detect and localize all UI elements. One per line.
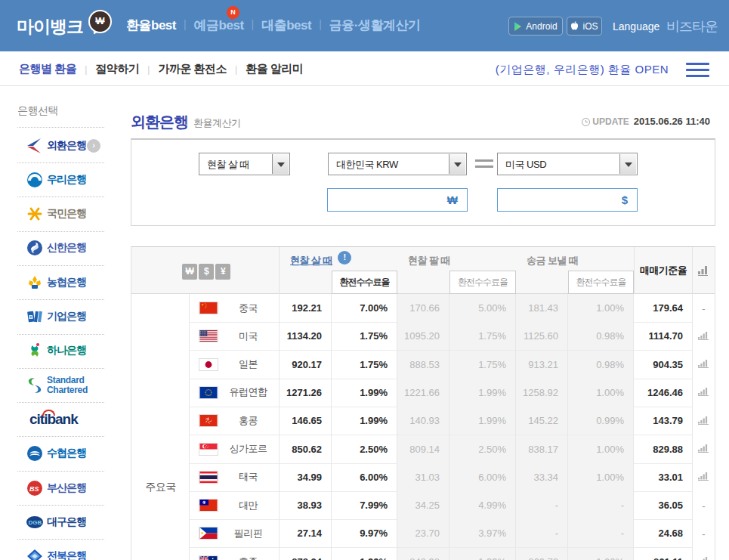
dropdown-arrow-icon[interactable] [619,154,636,174]
cash-sell-rate: 23.70 [397,519,449,548]
remit-rate: 1125.60 [516,322,568,351]
rate-row-eu: 유럽연합1271.261.99%1221.661.99%1258.921.00%… [190,379,715,407]
subnav-saving[interactable]: 절약하기 [95,62,139,75]
cash-buy-fee: 1.99% [332,548,397,560]
subnav-exchange-office[interactable]: 가까운 환전소 [158,62,227,75]
dollar-symbol: $ [622,193,628,206]
trade-type-select[interactable]: 현찰 살 때 [199,153,290,175]
country-name: 태국 [217,470,280,484]
cash-buy-fee: 6.00% [332,463,397,492]
cash-sell-fee: 1.75% [449,322,516,351]
chart-cell[interactable] [693,463,715,492]
sidebar-bank-citi[interactable]: citibank [0,402,125,436]
top-nav-exchange-best[interactable]: 환율best [126,18,176,32]
sidebar-bank-suhyup[interactable]: 수협은행 [0,437,125,471]
divider [17,196,104,197]
rate-row-au: 호주878.241.99%843.981.99%869.721.00%861.1… [190,548,715,560]
cash-sell-rate: 1221.66 [397,379,449,407]
chart-cell[interactable] [693,379,715,407]
logo[interactable]: 마이뱅크 [17,15,83,39]
biztown-link[interactable]: 비즈타운 [666,17,718,36]
col-cash-buy[interactable]: 현찰 살 때! [280,247,397,271]
subnav-bank-rates[interactable]: 은행별 환율 [19,62,76,75]
language-link[interactable]: Language [613,20,659,32]
country-name: 일본 [217,357,280,371]
cash-buy-fee: 1.75% [332,351,397,379]
region-label: 주요국 [131,481,190,494]
chart-cell[interactable] [693,351,715,379]
sc-logo-icon [26,376,44,394]
subnav-rate-alert[interactable]: 환율 알리미 [246,62,303,75]
dropdown-arrow-icon[interactable] [449,154,465,174]
sidebar-bank-woori[interactable]: 우리은행 [0,162,125,196]
table-header: ₩ $ ¥ 현찰 살 때! 현찰 팔 때 송금 보낼 때 매매기준율 환전수수료… [131,247,715,294]
col-remit-send[interactable]: 송금 보낼 때 [516,247,634,271]
to-currency-select[interactable]: 미국 USD [497,153,638,175]
rate-row-tw: 대만38.937.99%34.254.99%--36.05- [190,491,715,520]
bank-name: 전북은행 [47,549,86,560]
remit-rate: 181.43 [516,294,568,323]
sidebar-bank-hana[interactable]: 하나은행 [0,334,125,368]
cash-buy-fee: 1.75% [332,322,397,351]
sg-flag-icon [199,443,218,456]
bank-name: 하나은행 [47,344,86,357]
sidebar-bank-jb[interactable]: 전북은행 [0,540,125,560]
chart-cell[interactable] [693,435,715,464]
au-flag-icon [199,555,218,560]
android-app-button[interactable]: Android [508,17,563,36]
won-speech-bubble-icon: ₩ [88,10,112,33]
col-cash-sell[interactable]: 현찰 팔 때 [397,247,516,271]
top-nav-calculators[interactable]: 금융·생활계산기 [329,18,421,32]
chart-cell[interactable] [693,322,715,351]
base-rate: 24.68 [634,519,693,548]
remit-fee: 0.98% [568,351,634,379]
hana-logo-icon [26,342,44,360]
svg-text:B: B [29,314,33,320]
country-name: 대만 [217,499,280,512]
sidebar-bank-shinhan[interactable]: 신한은행 [0,231,125,265]
sidebar-bank-kb[interactable]: 국민은행 [0,197,125,231]
top-nav-deposit-best[interactable]: 예금best [194,18,244,32]
from-currency-select[interactable]: 대한민국 KRW [328,153,467,175]
col-base-rate[interactable]: 매매기준율 [634,247,693,294]
ios-app-button[interactable]: iOS [567,17,602,36]
nh-logo-icon [26,274,44,292]
currency-icons-cell: ₩ $ ¥ [131,247,280,294]
dropdown-arrow-icon[interactable] [272,154,289,174]
bank-name: 우리은행 [47,173,86,187]
chart-cell[interactable] [693,407,715,435]
ibk-logo-icon: B [26,308,44,326]
menu-icon[interactable] [686,63,709,77]
from-amount-input[interactable]: ₩ [327,188,468,212]
cash-buy-rate: 146.65 [280,407,332,435]
sidebar-bank-keb[interactable]: 외환은행› [0,128,125,162]
cash-sell-rate: 1095.20 [397,322,449,351]
remit-fee: 1.00% [568,379,634,407]
info-icon[interactable]: ! [338,251,351,265]
play-store-icon [514,22,522,31]
to-amount-input[interactable]: $ [497,188,638,212]
sidebar-bank-nh[interactable]: 농협은행 [0,265,125,299]
sidebar-bank-ibk[interactable]: B기업은행 [0,300,125,334]
country-cell: 호주 [190,548,280,560]
page-subtitle: 환율계산기 [193,116,241,130]
divider [17,436,104,437]
cash-buy-fee: 1.99% [332,379,397,407]
top-nav-loan-best[interactable]: 대출best [261,18,311,32]
sidebar-bank-sc[interactable]: StandardChartered [0,368,125,402]
divider [17,368,104,369]
page-title: 외환은행 [131,112,188,132]
country-cell: 유럽연합 [190,379,280,407]
remit-rate: 913.21 [516,351,568,379]
chart-cell[interactable] [693,548,715,560]
bank-sidebar: 은행선택 외환은행›우리은행국민은행신한은행농협은행B기업은행하나은행Stand… [0,86,125,560]
remit-rate: 869.72 [516,548,568,560]
remit-rate: 838.17 [516,435,568,464]
sidebar-bank-dgb[interactable]: DGB대구은행 [0,505,125,539]
base-rate: 1114.70 [634,322,693,351]
base-rate: 861.11 [634,548,693,560]
rate-open-ticker[interactable]: 터(기업은행, 우리은행) 환율 OPEN [495,63,669,77]
sidebar-bank-busan[interactable]: BS부산은행 [0,471,125,505]
country-name: 필리핀 [217,527,280,540]
sub-nav: 은행별 환율|절약하기|가까운 환전소|환율 알리미 터(기업은행, 우리은행)… [0,51,729,86]
